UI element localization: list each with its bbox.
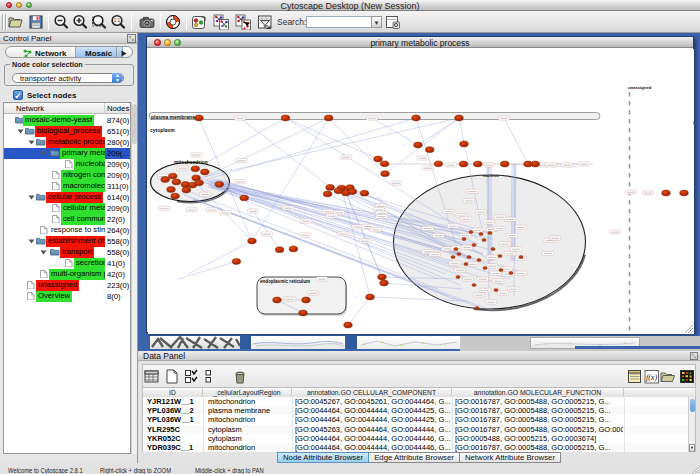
- svg-text:endoplasmic reticulum: endoplasmic reticulum: [260, 279, 310, 284]
- svg-text:nucleus: nucleus: [483, 172, 499, 177]
- svg-text:unassigned: unassigned: [628, 85, 652, 90]
- svg-text:cytoplasm: cytoplasm: [150, 126, 175, 132]
- svg-text:1:1: 1:1: [114, 18, 121, 23]
- svg-text:f(x): f(x): [646, 373, 657, 382]
- svg-text:mitochondrion: mitochondrion: [174, 160, 208, 165]
- svg-text:plasma membrane: plasma membrane: [151, 113, 195, 119]
